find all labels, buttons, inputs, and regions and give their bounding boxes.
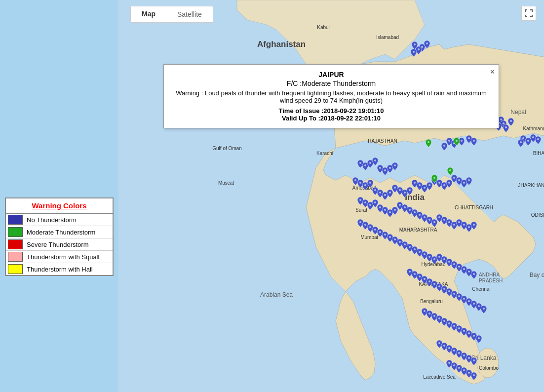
svg-point-87: [384, 194, 386, 196]
svg-point-75: [369, 162, 371, 164]
map-marker[interactable]: [471, 357, 477, 365]
svg-point-76: [374, 159, 376, 161]
map-marker[interactable]: [466, 177, 472, 185]
svg-point-163: [458, 295, 460, 297]
svg-point-115: [409, 209, 411, 211]
svg-point-167: [478, 305, 480, 307]
svg-point-116: [414, 211, 416, 213]
map-marker[interactable]: [447, 167, 453, 175]
svg-point-160: [443, 288, 445, 290]
svg-point-130: [364, 224, 366, 226]
svg-point-74: [364, 164, 366, 166]
svg-point-133: [379, 231, 381, 233]
svg-point-127: [468, 226, 470, 228]
popup-close-button[interactable]: ×: [490, 68, 495, 77]
map-marker[interactable]: [372, 157, 378, 165]
left-panel: Warning Colors No Thunderstorm Moderate …: [0, 0, 118, 392]
svg-point-188: [473, 359, 475, 361]
map-marker[interactable]: [471, 271, 477, 279]
legend-row: Thunderstorm with Hail: [6, 263, 113, 275]
svg-point-142: [424, 253, 426, 255]
svg-point-194: [473, 374, 475, 376]
svg-point-27: [527, 140, 529, 142]
map-marker[interactable]: [392, 162, 398, 170]
map-area: ANDHRA PRADESH Map Satellite × JAIPUR F/…: [118, 0, 544, 392]
svg-point-11: [418, 48, 420, 50]
svg-point-121: [438, 216, 440, 218]
svg-point-146: [443, 258, 445, 260]
svg-point-180: [478, 337, 480, 339]
svg-point-17: [505, 126, 507, 128]
svg-point-129: [359, 221, 361, 223]
svg-point-22: [461, 140, 463, 142]
map-marker[interactable]: [367, 180, 373, 188]
svg-point-114: [404, 206, 406, 208]
map-marker[interactable]: [441, 143, 447, 151]
svg-point-118: [424, 216, 426, 218]
svg-point-125: [458, 221, 460, 223]
warning-legend: Warning Colors No Thunderstorm Moderate …: [5, 197, 114, 276]
svg-point-10: [426, 42, 428, 44]
svg-point-92: [409, 189, 411, 191]
svg-point-101: [453, 177, 455, 179]
map-marker[interactable]: [431, 175, 437, 183]
svg-point-164: [463, 298, 465, 300]
fullscreen-button[interactable]: [521, 6, 536, 21]
svg-point-25: [473, 140, 475, 142]
svg-point-132: [374, 229, 376, 231]
map-tab-satellite[interactable]: Satellite: [166, 6, 213, 22]
map-marker[interactable]: [508, 118, 514, 126]
legend-color: [8, 239, 23, 249]
svg-point-109: [379, 206, 381, 208]
svg-point-138: [404, 243, 406, 245]
popup-time-valid: Valid Up To :2018-09-22 22:01:10: [172, 115, 491, 122]
svg-point-151: [468, 271, 470, 273]
svg-point-131: [369, 226, 371, 228]
svg-point-83: [364, 184, 366, 186]
svg-point-192: [463, 369, 465, 371]
svg-point-12: [413, 51, 415, 53]
map-marker[interactable]: [471, 138, 477, 146]
legend-color: [8, 227, 23, 237]
svg-point-98: [438, 182, 440, 184]
svg-point-191: [458, 367, 460, 369]
map-marker[interactable]: [426, 139, 431, 147]
map-marker[interactable]: [407, 187, 413, 195]
svg-point-136: [394, 238, 396, 240]
map-marker[interactable]: [424, 40, 430, 48]
svg-point-81: [354, 179, 356, 181]
svg-point-152: [473, 273, 475, 275]
svg-point-128: [473, 224, 475, 226]
svg-point-126: [463, 224, 465, 226]
svg-point-193: [468, 372, 470, 374]
svg-point-122: [443, 219, 445, 221]
svg-point-3: [477, 348, 499, 378]
time-valid-label: Valid Up To :: [282, 115, 320, 122]
time-valid-value: 2018-09-22 22:01:10: [320, 115, 381, 122]
svg-point-175: [453, 325, 455, 327]
svg-point-155: [419, 275, 421, 277]
map-tab-map[interactable]: Map: [131, 6, 166, 22]
svg-point-89: [394, 187, 396, 189]
map-marker[interactable]: [535, 136, 541, 144]
svg-point-93: [414, 182, 416, 184]
svg-point-181: [438, 342, 440, 344]
map-marker[interactable]: [481, 306, 487, 314]
svg-point-183: [448, 347, 450, 349]
svg-point-179: [473, 335, 475, 337]
legend-label: Severe Thunderstorm: [27, 241, 89, 248]
map-marker[interactable]: [471, 372, 477, 380]
map-marker[interactable]: [454, 138, 460, 146]
svg-point-198: [456, 140, 458, 142]
map-marker[interactable]: [471, 222, 477, 230]
map-marker[interactable]: [411, 49, 417, 57]
map-marker[interactable]: [518, 139, 524, 147]
popup-time-issue: Time of Issue :2018-09-22 19:01:10: [172, 107, 491, 115]
svg-point-154: [414, 273, 416, 275]
svg-point-88: [389, 192, 391, 194]
svg-point-90: [399, 189, 401, 191]
legend-row: Severe Thunderstorm: [6, 238, 113, 251]
legend-label: Moderate Thunderstorm: [27, 229, 95, 236]
map-marker[interactable]: [476, 335, 482, 343]
svg-point-147: [448, 261, 450, 263]
